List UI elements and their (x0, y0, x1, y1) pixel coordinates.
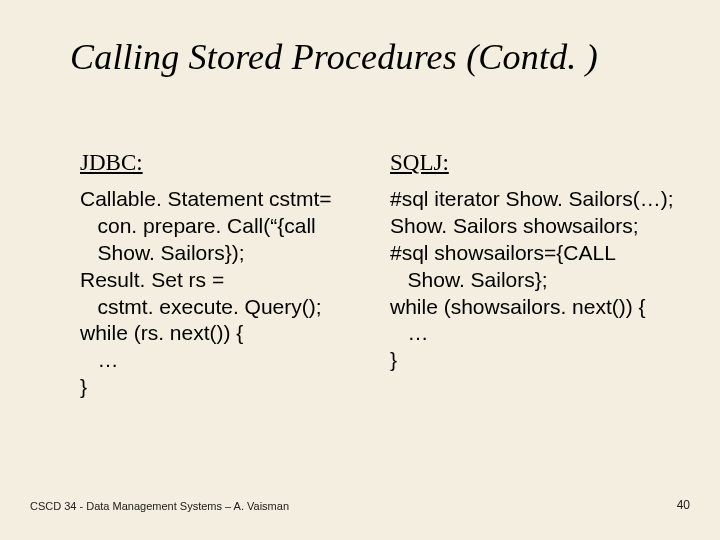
left-column: JDBC: Callable. Statement cstmt= con. pr… (80, 150, 370, 401)
page-number: 40 (677, 498, 690, 512)
right-column: SQLJ: #sql iterator Show. Sailors(…); Sh… (390, 150, 680, 401)
footer-text: CSCD 34 - Data Management Systems – A. V… (30, 500, 289, 512)
right-code: #sql iterator Show. Sailors(…); Show. Sa… (390, 186, 680, 374)
right-heading: SQLJ: (390, 150, 680, 176)
slide: Calling Stored Procedures (Contd. ) JDBC… (0, 0, 720, 540)
left-code: Callable. Statement cstmt= con. prepare.… (80, 186, 370, 401)
slide-title: Calling Stored Procedures (Contd. ) (70, 36, 680, 78)
left-heading: JDBC: (80, 150, 370, 176)
content-columns: JDBC: Callable. Statement cstmt= con. pr… (80, 150, 680, 401)
